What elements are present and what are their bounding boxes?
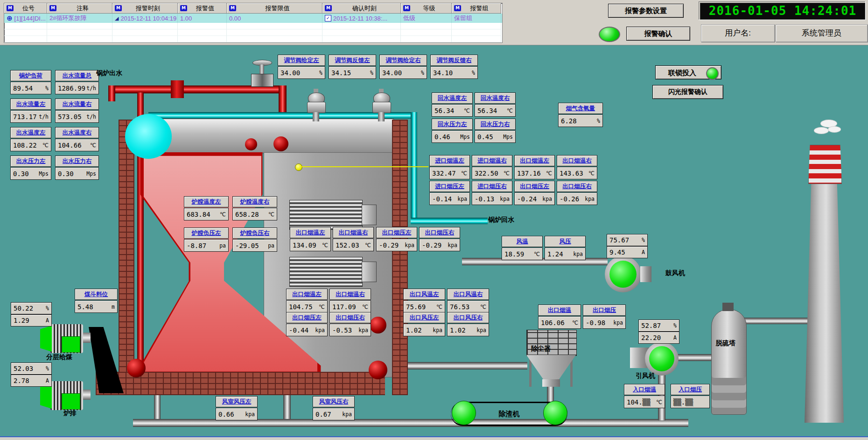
meter-unit: ℃ (534, 251, 540, 257)
meter-value-number: 0.66 (218, 411, 234, 418)
alarm-column-header[interactable]: M位号 (4, 3, 47, 14)
alarm-empty-cell (47, 29, 112, 36)
meter-label: 出水流量左 (10, 99, 51, 110)
blower-fan-impeller (609, 261, 637, 288)
meter-value: 1286.99t/h (55, 82, 99, 94)
meter-unit: ℃ (436, 304, 442, 310)
meter-furnace-temp-right: 炉膛温度右658.28℃ (232, 196, 277, 220)
meter-value: 75.67% (607, 234, 648, 246)
meter-value: 6.28% (558, 114, 603, 127)
alarm-column-header[interactable]: M报警时刻 (112, 3, 178, 14)
meter-label: 进口烟压左 (429, 181, 470, 192)
alarm-column-header[interactable]: M注释 (47, 3, 112, 14)
alarm-ack-lamp-icon (599, 27, 620, 42)
alarm-column-header[interactable]: M等级 (401, 3, 452, 14)
interlock-button[interactable]: 联锁投入 (655, 65, 721, 79)
meter-outpress-right: 出水压力右0.30Mps (55, 156, 99, 180)
alarm-empty-cell (452, 29, 501, 36)
alarm-column-label: 报警限值 (238, 4, 322, 13)
junction-sphere (369, 361, 387, 379)
meter-value-number: 75.69 (406, 303, 426, 311)
dual-meter-blower: 75.67%9.45A (607, 234, 648, 258)
meter-value-number: 2.78 (14, 377, 29, 384)
meter-label: 进口烟温左 (429, 155, 470, 166)
alarm-ack-button[interactable]: 报警确认 (626, 27, 690, 41)
meter-unit: ℃ (656, 399, 662, 405)
meter-value-number: 117.09 (332, 303, 356, 311)
alarm-settings-button[interactable]: 报警参数设置 (608, 4, 684, 18)
alarm-column-label: 注释 (59, 4, 112, 13)
meter-value: 134.09℃ (290, 239, 331, 251)
alarm-cell-alarm-limit: 0.00 (227, 14, 322, 23)
meter-in-smoke-temp-left: 进口烟温左332.47℃ (429, 155, 470, 179)
alarm-column-header[interactable]: M报警值 (178, 3, 227, 14)
actuator-valve-left[interactable] (303, 89, 329, 121)
meter-chamber-press-right: 风室风压右0.67kpa (313, 396, 355, 420)
meter-out-smoke-press-right-m: 出口烟压右-0.29kpa (419, 227, 460, 251)
meter-outtemp-right: 出水温度右104.66℃ (55, 127, 99, 151)
alarm-empty-cell (4, 29, 47, 36)
desulfurization-tower[interactable] (711, 309, 747, 415)
meter-value: 34.00% (379, 66, 427, 79)
junction-sphere (370, 317, 386, 334)
alarm-column-header[interactable]: M确认时刻 (322, 3, 401, 14)
meter-unit: ℃ (268, 211, 274, 218)
alarm-empty-cell (401, 29, 452, 36)
alarm-cell-text: 保留组 (454, 14, 472, 22)
dual-meter-fan: 52.87%22.20A (638, 319, 679, 344)
alarm-row[interactable]: ⊕[1][144]DI...2#循环泵故障◢2015-12-11 10:04:1… (4, 14, 502, 23)
dust-collector-hopper (526, 355, 576, 379)
coal-feeder-motor[interactable] (40, 324, 92, 353)
fan-to-tower-duct (676, 354, 715, 361)
plant-label-boiler-return: 锅炉回水 (488, 216, 514, 224)
meter-value: 104.▒▒℃ (624, 396, 665, 408)
meter-value: 332.47℃ (429, 167, 470, 179)
alarm-column-header[interactable]: M报警限值 (227, 3, 322, 14)
meter-out-smoke-temp-right-b: 出口烟温右117.09℃ (329, 289, 371, 313)
meter-value-number: 56.34 (434, 107, 454, 114)
meter-out-smoke-press-right-u: 出口烟压右-0.26kpa (557, 181, 597, 205)
interlock-lamp-icon (706, 67, 719, 80)
blower-outlet (640, 266, 651, 282)
alarm-summary-table[interactable]: M位号M注释M报警时刻M报警值M报警限值M确认时刻M等级M报警组⊕[1][144… (4, 3, 503, 43)
meter-value-number: 1.02 (406, 326, 422, 334)
meter-value: 0.30Mps (55, 167, 99, 180)
tube-bundle-upper (289, 200, 363, 230)
meter-value-number: 104.75 (289, 303, 313, 311)
meter-out-smoke-press-left-m: 出口烟压左-0.29kpa (376, 227, 417, 251)
plant-label-coal-feeder: 分层给煤 (46, 353, 72, 362)
induced-fan-impeller (649, 346, 674, 371)
meter-value-number: 89.54 (13, 85, 33, 92)
smoke-puff-icon (814, 127, 829, 134)
meter-unit: % (319, 70, 322, 76)
meter-label: 出口烟压右 (419, 227, 460, 238)
meter-value-number: 1286.99 (58, 85, 85, 92)
meter-unit: kpa (448, 242, 457, 248)
flash-alarm-ack-button[interactable]: 闪光报警确认 (652, 85, 723, 99)
meter-valve-set-left: 调节阀给定左34.00% (278, 55, 325, 79)
alarm-empty-cell (47, 23, 112, 29)
alarm-cell-text: 0.00 (229, 15, 241, 22)
meter-label: 回水温度左 (432, 92, 473, 104)
ack-checkbox-icon[interactable]: ✓ (325, 15, 331, 21)
meter-unit: A (46, 317, 49, 324)
drain-pipe-left (154, 395, 161, 421)
meter-unit: kpa (457, 196, 467, 202)
alarm-empty-cell (178, 29, 227, 36)
alarm-column-header[interactable]: M报警组 (452, 3, 501, 14)
flue-to-dust-duct (405, 362, 527, 369)
column-filter-icon: M (49, 5, 56, 11)
meter-label: 回水压力右 (475, 119, 516, 130)
meter-unit: kpa (500, 196, 510, 202)
alarm-column-label: 报警值 (189, 4, 226, 13)
meter-value-number: 152.03 (336, 241, 359, 249)
meter-label: 回水压力左 (432, 119, 473, 130)
meter-unit: ℃ (546, 170, 552, 177)
gate-valve[interactable] (251, 60, 273, 93)
meter-value-number: 76.53 (450, 303, 469, 311)
alarm-empty-cell (322, 29, 401, 36)
meter-value-number: 6.28 (561, 117, 577, 125)
meter-label: 出口烟温左 (286, 289, 328, 300)
actuator-valve-right[interactable] (369, 89, 394, 121)
meter-value-number: -0.13 (475, 195, 494, 203)
